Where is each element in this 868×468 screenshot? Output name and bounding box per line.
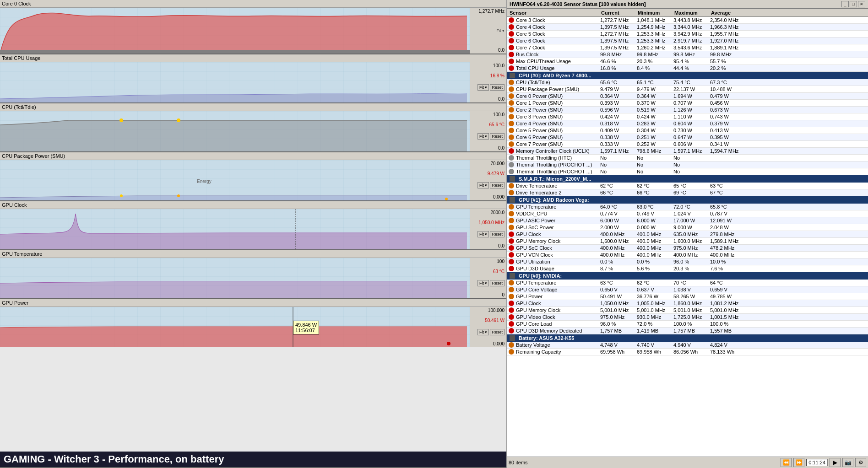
- table-row[interactable]: Core 5 Power (SMU)0.409 W0.304 W0.730 W0…: [507, 127, 868, 134]
- sensor-value: 5,001.0 MHz: [635, 307, 672, 313]
- sensor-value: 1,050.0 MHz: [598, 300, 635, 307]
- settings-btn[interactable]: ⚙: [855, 458, 866, 467]
- table-row[interactable]: Thermal Throttling (PROCHOT ...)NoNoNo: [507, 168, 868, 175]
- table-row[interactable]: GPU Memory Clock1,600.0 MHz400.0 MHz1,60…: [507, 238, 868, 245]
- sensor-value: 0.0 %: [635, 258, 672, 265]
- nav-next-btn[interactable]: ⏩: [793, 458, 804, 467]
- cpu-tctl-fit-btn[interactable]: Fit ▾: [477, 133, 489, 140]
- bottom-label: GAMING - Witcher 3 - Performance, on bat…: [0, 452, 506, 467]
- table-row[interactable]: CPU Package Power (SMU)9.479 W9.479 W22.…: [507, 86, 868, 93]
- sensor-value: 1,600.0 MHz: [598, 238, 635, 244]
- sensor-value: 0.409 W: [598, 127, 635, 134]
- table-row[interactable]: GPU Temperature64.0 °C63.0 °C72.0 °C65.8…: [507, 204, 868, 210]
- table-row[interactable]: GPU Memory Clock5,001.0 MHz5,001.0 MHz5,…: [507, 307, 868, 314]
- table-row[interactable]: Core 6 Power (SMU)0.338 W0.251 W0.647 W0…: [507, 134, 868, 141]
- table-row[interactable]: GPU VCN Clock400.0 MHz400.0 MHz400.0 MHz…: [507, 252, 868, 258]
- screenshot-btn[interactable]: 📷: [842, 458, 853, 467]
- sensor-value: 78.133 Wh: [708, 349, 745, 355]
- table-row[interactable]: Core 3 Clock1,272.7 MHz1,048.1 MHz3,443.…: [507, 17, 868, 24]
- sensor-value: 0.479 W: [708, 93, 745, 99]
- table-row[interactable]: Remaining Capacity69.958 Wh69.958 Wh86.0…: [507, 349, 868, 355]
- sensor-body[interactable]: Core 3 Clock1,272.7 MHz1,048.1 MHz3,443.…: [507, 17, 868, 457]
- gpu-temp-fit-btn[interactable]: Fit ▾: [477, 280, 489, 286]
- col-current: Current: [599, 10, 636, 16]
- table-row[interactable]: Core 7 Power (SMU)0.333 W0.252 W0.606 W0…: [507, 141, 868, 148]
- sensor-value: 72.0 %: [635, 321, 672, 327]
- play-btn[interactable]: ▶: [830, 458, 841, 467]
- gpu-power-reset-btn[interactable]: Reset: [490, 329, 505, 335]
- sensor-value: 0.456 W: [708, 100, 745, 106]
- table-row[interactable]: Drive Temperature 266 °C66 °C69 °C67 °C: [507, 189, 868, 196]
- gpu-clock-fit-btn[interactable]: Fit ▾: [477, 231, 489, 237]
- table-row[interactable]: GPU Utilization0.0 %0.0 %96.0 %10.0 %: [507, 258, 868, 265]
- sensor-value: 0.318 W: [598, 120, 635, 127]
- table-row[interactable]: GPU Power50.491 W36.776 W58.265 W49.785 …: [507, 293, 868, 300]
- table-row[interactable]: Core 5 Clock1,272.7 MHz1,253.3 MHz3,942.…: [507, 31, 868, 38]
- graph-gpu-clock-mid: 1,050.0 MHz: [472, 220, 505, 225]
- sensor-value: 20.3 %: [635, 58, 672, 65]
- table-row[interactable]: Core 3 Power (SMU)0.424 W0.424 W1.110 W0…: [507, 113, 868, 120]
- cpu-usage-reset-btn[interactable]: Reset: [490, 84, 505, 91]
- gpu-temp-reset-btn[interactable]: Reset: [490, 280, 505, 286]
- sensor-value: 3,344.0 MHz: [672, 24, 708, 30]
- table-row[interactable]: GPU Temperature63 °C62 °C70 °C64 °C: [507, 280, 868, 286]
- table-row[interactable]: Total CPU Usage16.8 %8.4 %44.4 %20.2 %: [507, 65, 868, 72]
- sensor-value: 69.958 Wh: [598, 349, 635, 355]
- table-row[interactable]: Core 2 Power (SMU)0.596 W0.519 W1.126 W0…: [507, 107, 868, 113]
- close-btn[interactable]: ✕: [858, 1, 865, 7]
- status-icon: [509, 100, 514, 106]
- table-row[interactable]: Core 4 Power (SMU)0.318 W0.283 W0.604 W0…: [507, 120, 868, 127]
- sensor-value: 44.4 %: [672, 65, 708, 71]
- table-row[interactable]: Core 6 Clock1,397.5 MHz1,253.3 MHz2,919.…: [507, 38, 868, 44]
- table-row[interactable]: Thermal Throttling (PROCHOT ...)NoNoNo: [507, 161, 868, 168]
- sensor-value: 50.491 W: [598, 293, 635, 300]
- status-icon: [509, 59, 514, 64]
- table-row[interactable]: Memory Controller Clock (UCLX)1,597.1 MH…: [507, 148, 868, 155]
- table-row[interactable]: GPU Core Load96.0 %72.0 %100.0 %100.0 %: [507, 321, 868, 328]
- table-row[interactable]: CPU (Tctl/Tdie)65.6 °C65.1 °C75.4 °C67.3…: [507, 79, 868, 86]
- sensor-name: CPU Package Power (SMU): [507, 86, 598, 92]
- table-row[interactable]: GPU Clock1,050.0 MHz1,005.0 MHz1,860.0 M…: [507, 300, 868, 307]
- table-row[interactable]: Core 1 Power (SMU)0.393 W0.370 W0.707 W0…: [507, 100, 868, 107]
- cpu-usage-fit-btn[interactable]: Fit ▾: [477, 84, 489, 91]
- table-row[interactable]: GPU Video Clock975.0 MHz930.0 MHz1,725.0…: [507, 314, 868, 321]
- cpu-tctl-reset-btn[interactable]: Reset: [490, 133, 505, 140]
- gpu-power-fit-btn[interactable]: Fit ▾: [477, 329, 489, 335]
- maximize-btn[interactable]: □: [850, 1, 857, 7]
- table-row[interactable]: VDDCR_CPU0.774 V0.749 V1.024 V0.787 V: [507, 210, 868, 217]
- sensor-name: GPU VCN Clock: [507, 252, 598, 258]
- table-row[interactable]: GPU ASIC Power6.000 W6.000 W17.000 W12.0…: [507, 217, 868, 224]
- sensor-value: 0.251 W: [635, 134, 672, 140]
- table-row[interactable]: GPU Clock400.0 MHz400.0 MHz635.0 MHz279.…: [507, 231, 868, 238]
- table-row[interactable]: Max CPU/Thread Usage46.6 %20.3 %95.4 %55…: [507, 58, 868, 65]
- table-row[interactable]: GPU D3D Memory Dedicated1,757 MB1,419 MB…: [507, 328, 868, 334]
- table-row[interactable]: GPU Core Voltage0.650 V0.637 V1.038 V0.6…: [507, 286, 868, 293]
- cpu-pkg-fit-btn[interactable]: Fit ▾: [477, 182, 489, 188]
- status-icon: [509, 342, 514, 348]
- svg-rect-13: [0, 307, 470, 347]
- table-row[interactable]: Thermal Throttling (HTC)NoNoNo: [507, 155, 868, 161]
- gpu-clock-reset-btn[interactable]: Reset: [490, 231, 505, 237]
- graph-cpu-pkg-mid: 9.479 W: [472, 171, 505, 176]
- sensor-value: 20.2 %: [708, 65, 745, 71]
- table-row[interactable]: GPU D3D Usage8.7 %5.6 %20.3 %7.6 %: [507, 265, 868, 272]
- table-row[interactable]: Bus Clock99.8 MHz99.8 MHz99.8 MHz99.8 MH…: [507, 51, 868, 58]
- table-row[interactable]: Drive Temperature62 °C62 °C65 °C63 °C: [507, 183, 868, 189]
- sensor-value: 10.0 %: [708, 258, 745, 265]
- sensor-name: Core 3 Power (SMU): [507, 113, 598, 120]
- table-row[interactable]: GPU SoC Power2.000 W0.000 W9.000 W2.048 …: [507, 224, 868, 231]
- sensor-value: 12.091 W: [708, 217, 745, 224]
- sensor-value: 400.0 MHz: [598, 231, 635, 237]
- toolbar-left: 80 items: [509, 460, 528, 465]
- nav-prev-btn[interactable]: ⏪: [781, 458, 792, 467]
- table-row[interactable]: Core 4 Clock1,397.5 MHz1,254.9 MHz3,344.…: [507, 24, 868, 31]
- sensor-value: 5,001.0 MHz: [672, 307, 708, 313]
- table-row[interactable]: Core 7 Clock1,397.5 MHz1,260.2 MHz3,543.…: [507, 44, 868, 51]
- sensor-name: Remaining Capacity: [507, 349, 598, 355]
- cpu-pkg-reset-btn[interactable]: Reset: [490, 182, 505, 188]
- table-row[interactable]: GPU SoC Clock400.0 MHz400.0 MHz975.0 MHz…: [507, 245, 868, 252]
- minimize-btn[interactable]: _: [841, 1, 849, 7]
- table-row[interactable]: Core 0 Power (SMU)0.364 W0.364 W1.694 W0…: [507, 93, 868, 100]
- table-row[interactable]: Battery Voltage4.748 V4.740 V4.940 V4.82…: [507, 342, 868, 349]
- sensor-value: 66 °C: [635, 189, 672, 196]
